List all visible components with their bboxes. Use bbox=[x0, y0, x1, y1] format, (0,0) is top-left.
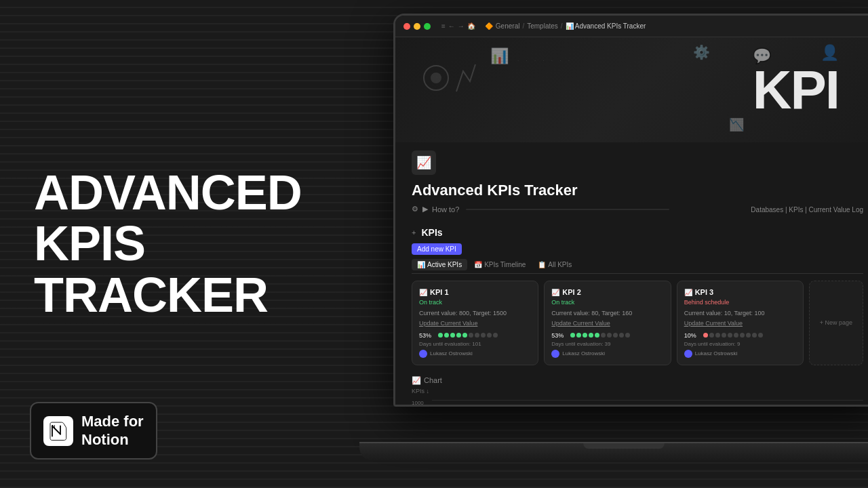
traffic-lights bbox=[403, 23, 431, 30]
chart-line-area: 450 bbox=[432, 400, 863, 405]
deco-chart-svg bbox=[422, 51, 477, 105]
how-to-row[interactable]: ⚙ ▶ How to? bbox=[412, 205, 669, 214]
kpi3-progress: 10% bbox=[684, 332, 796, 339]
maximize-button[interactable] bbox=[424, 23, 431, 30]
chart-svg: 450 bbox=[432, 400, 863, 405]
page-icon-row: 📈 bbox=[412, 142, 863, 179]
kpi1-status: On track bbox=[419, 299, 531, 306]
tab-active-kpis[interactable]: 📊 Active KPIs bbox=[412, 259, 467, 270]
kpi1-value: Current value: 800, Target: 1500 bbox=[419, 309, 531, 318]
page-icon: 📈 bbox=[412, 150, 436, 175]
chart-section: 📈 Chart KPIs ↓ 1000 750 500 bbox=[412, 376, 863, 405]
kpi2-days: Days until evaluation: 39 bbox=[551, 341, 663, 347]
kpi3-dots bbox=[703, 333, 763, 338]
kpi1-avatar bbox=[419, 350, 427, 358]
kpi3-value: Current value: 10, Target: 100 bbox=[684, 309, 796, 318]
laptop-hinge bbox=[583, 443, 665, 449]
kpi3-status: Behind schedule bbox=[684, 299, 796, 306]
kpi-banner-text: KPI bbox=[753, 59, 839, 121]
page-content[interactable]: 📈 Advanced KPIs Tracker ⚙ ▶ How to? Data… bbox=[395, 142, 868, 405]
kpi2-value: Current value: 80, Target: 160 bbox=[551, 309, 663, 318]
kpi-card-3[interactable]: 📈 KPI 3 Behind schedule Current value: 1… bbox=[677, 281, 804, 365]
close-button[interactable] bbox=[403, 23, 410, 30]
kpi1-dots bbox=[438, 333, 498, 338]
how-to-label: How to? bbox=[432, 205, 459, 214]
laptop-screen: ≡ ← → 🏠 🔶 General / Templates / 📊 Advanc… bbox=[393, 14, 868, 407]
kpi2-update-link[interactable]: Update Current Value bbox=[551, 320, 663, 327]
tab-kpis-timeline[interactable]: 📅 KPIs Timeline bbox=[469, 259, 531, 270]
made-for-label: Made for bbox=[81, 413, 144, 430]
tab-all-kpis[interactable]: 📋 All KPIs bbox=[532, 259, 577, 270]
kpi3-update-link[interactable]: Update Current Value bbox=[684, 320, 796, 327]
main-title: ADVANCED KPIs TRACKER bbox=[34, 167, 342, 321]
chart-area: 1000 750 500 bbox=[412, 400, 863, 405]
tabs-row: 📊 Active KPIs 📅 KPIs Timeline 📋 All KPIs bbox=[412, 259, 863, 274]
svg-point-1 bbox=[424, 66, 448, 90]
svg-point-2 bbox=[431, 73, 441, 83]
minimize-button[interactable] bbox=[414, 23, 420, 30]
page-title: Advanced KPIs Tracker bbox=[412, 179, 863, 205]
kpi3-avatar bbox=[684, 350, 692, 358]
kpi2-assignee: Lukasz Ostrowski bbox=[551, 350, 663, 358]
notion-badge-text: Made for Notion bbox=[81, 413, 144, 449]
laptop-base bbox=[359, 442, 868, 461]
kpi3-header: 📈 KPI 3 bbox=[684, 288, 796, 296]
kpi3-assignee: Lukasz Ostrowski bbox=[684, 350, 796, 358]
kpi-card-2[interactable]: 📈 KPI 2 On track Current value: 80, Targ… bbox=[544, 281, 671, 365]
kpi1-assignee: Lukasz Ostrowski bbox=[419, 350, 531, 358]
laptop-container: ≡ ← → 🏠 🔶 General / Templates / 📊 Advanc… bbox=[359, 14, 868, 474]
breadcrumb: 🔶 General / Templates / 📊 Advanced KPIs … bbox=[485, 22, 646, 30]
deco-chart2: 📉 bbox=[729, 117, 744, 132]
kpi3-days: Days until evaluation: 9 bbox=[684, 341, 796, 347]
databases-nav-text: Databases | KPIs | Current Value Log bbox=[751, 206, 863, 214]
title-line1: ADVANCED bbox=[34, 165, 302, 220]
chart-yaxis: 1000 750 500 bbox=[412, 400, 424, 405]
kpi2-avatar bbox=[551, 350, 559, 358]
titlebar: ≡ ← → 🏠 🔶 General / Templates / 📊 Advanc… bbox=[395, 16, 868, 37]
kpi2-header: 📈 KPI 2 bbox=[551, 288, 663, 296]
kpi1-days: Days until evaluation: 101 bbox=[419, 341, 531, 347]
deco-settings: ⚙️ bbox=[693, 44, 710, 60]
kpis-filter[interactable]: KPIs ↓ bbox=[412, 388, 863, 394]
notion-app: ≡ ← → 🏠 🔶 General / Templates / 📊 Advanc… bbox=[395, 16, 868, 405]
kpi2-dots bbox=[570, 333, 630, 338]
notion-label: Notion bbox=[81, 431, 129, 448]
notion-logo-icon: N bbox=[48, 421, 68, 441]
kpi2-progress: 53% bbox=[551, 332, 663, 339]
title-line2: KPIs TRACKER bbox=[34, 216, 268, 322]
section-title: KPIs bbox=[421, 227, 442, 238]
svg-text:N: N bbox=[52, 424, 55, 429]
kpi2-status: On track bbox=[551, 299, 663, 306]
notion-badge: N Made for Notion bbox=[30, 402, 157, 460]
kpi1-header: 📈 KPI 1 bbox=[419, 288, 531, 296]
add-kpi-button[interactable]: Add new KPI bbox=[412, 243, 462, 255]
kpi1-update-link[interactable]: Update Current Value bbox=[419, 320, 531, 327]
titlebar-nav: ≡ ← → 🏠 bbox=[441, 22, 475, 30]
kpi-cards-grid: 📈 KPI 1 On track Current value: 800, Tar… bbox=[412, 281, 863, 365]
section-header: + KPIs bbox=[412, 227, 863, 238]
new-page-card[interactable]: + New page bbox=[809, 281, 863, 365]
chart-title: 📈 Chart bbox=[412, 376, 863, 385]
page-header-banner: 📊 ⚙️ 💬 👤 📉 · · · · · · · KPI bbox=[395, 37, 868, 142]
kpi1-progress: 53% bbox=[419, 332, 531, 339]
kpi-card-1[interactable]: 📈 KPI 1 On track Current value: 800, Tar… bbox=[412, 281, 538, 365]
deco-bar-chart: 📊 bbox=[490, 47, 509, 65]
databases-nav[interactable]: Databases | KPIs | Current Value Log bbox=[751, 206, 863, 214]
notion-logo-box: N bbox=[43, 416, 73, 446]
